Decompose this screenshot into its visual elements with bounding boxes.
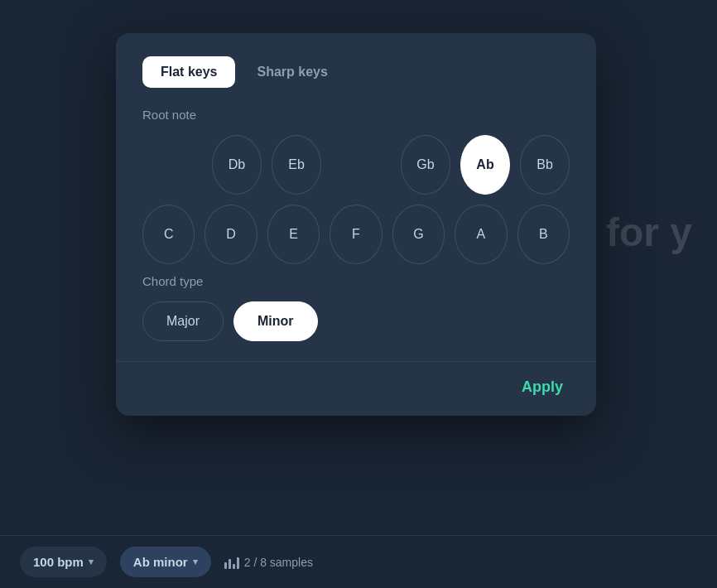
note-btn-e[interactable]: E [267, 205, 320, 264]
note-btn-g[interactable]: G [392, 205, 445, 264]
note-btn-ab[interactable]: Ab [460, 135, 510, 195]
chord-type-buttons: Major Minor [142, 301, 570, 341]
chord-type-label: Chord type [142, 274, 570, 288]
note-row-top: Db Eb Gb Ab Bb [142, 135, 570, 195]
note-btn-a[interactable]: A [455, 205, 507, 264]
apply-button[interactable]: Apply [515, 375, 570, 399]
note-row-bottom: C D E F G A B [142, 205, 570, 264]
bpm-label: 100 bpm [33, 555, 84, 569]
samples-display: 2 / 8 samples [224, 556, 313, 569]
modal-content: Flat keys Sharp keys Root note Db Eb Gb … [116, 33, 596, 341]
note-btn-b[interactable]: B [517, 205, 570, 264]
note-btn-db[interactable]: Db [212, 135, 262, 195]
key-selector-modal: Flat keys Sharp keys Root note Db Eb Gb … [116, 33, 596, 416]
note-spacer [331, 135, 391, 195]
chord-type-section: Chord type Major Minor [142, 274, 570, 341]
root-note-label: Root note [142, 108, 570, 122]
note-btn-eb[interactable]: Eb [272, 135, 321, 195]
bpm-chevron-icon: ▾ [89, 557, 94, 567]
tab-flat-keys[interactable]: Flat keys [142, 56, 235, 88]
note-btn-gb[interactable]: Gb [401, 135, 450, 195]
key-type-tabs: Flat keys Sharp keys [142, 56, 570, 88]
note-btn-c[interactable]: C [142, 205, 195, 264]
note-btn-bb[interactable]: Bb [520, 135, 570, 195]
bottom-bar: 100 bpm ▾ Ab minor ▾ 2 / 8 samples [0, 535, 717, 588]
bars-icon [224, 556, 239, 569]
chord-btn-minor[interactable]: Minor [233, 301, 318, 341]
note-btn-d[interactable]: D [205, 205, 257, 264]
key-button[interactable]: Ab minor ▾ [120, 547, 211, 577]
note-btn-f[interactable]: F [330, 205, 382, 264]
bpm-button[interactable]: 100 bpm ▾ [20, 547, 107, 577]
tab-sharp-keys[interactable]: Sharp keys [238, 56, 345, 88]
modal-footer: Apply [116, 362, 596, 416]
key-chevron-icon: ▾ [193, 557, 198, 567]
key-label: Ab minor [133, 555, 188, 569]
samples-label: 2 / 8 samples [244, 556, 313, 569]
chord-btn-major[interactable]: Major [142, 301, 224, 341]
